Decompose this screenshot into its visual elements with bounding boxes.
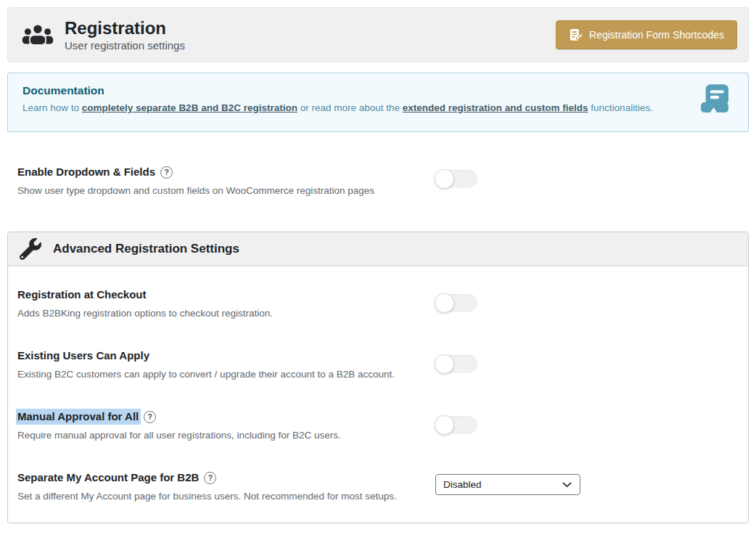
- doc-link-separate-registration[interactable]: completely separate B2B and B2C registra…: [82, 102, 297, 113]
- doc-text-intro: Learn how to: [22, 102, 82, 113]
- toggle-knob: [435, 293, 454, 313]
- setting-row-enable-dropdown: Enable Dropdown & Fields? Show user type…: [17, 165, 749, 197]
- page-subtitle: User registration settings: [65, 39, 185, 52]
- doc-text-outro: functionalities.: [591, 102, 653, 113]
- setting-label-text: Enable Dropdown & Fields: [17, 166, 155, 178]
- setting-description: Set a different My Account page for busi…: [17, 490, 739, 502]
- select-value: Disabled: [443, 479, 482, 490]
- chevron-down-icon: [562, 482, 572, 488]
- setting-label: Existing Users Can Apply: [17, 348, 739, 363]
- toggle-knob: [435, 415, 454, 435]
- help-icon[interactable]: ?: [160, 166, 173, 179]
- page-title: Registration: [65, 18, 185, 38]
- file-signature-icon: [569, 28, 583, 42]
- setting-row-registration-at-checkout: Registration at Checkout Adds B2BKing re…: [17, 287, 739, 319]
- setting-label: Manual Approval for All?: [17, 409, 739, 424]
- wrench-icon: [20, 238, 41, 260]
- setting-row-manual-approval-for-all: Manual Approval for All? Require manual …: [17, 409, 739, 441]
- setting-row-existing-users-can-apply: Existing Users Can Apply Existing B2C cu…: [17, 348, 739, 380]
- toggle-manual-approval-for-all[interactable]: [435, 416, 477, 434]
- advanced-panel-title: Advanced Registration Settings: [53, 242, 239, 256]
- setting-description: Show user type dropdown and custom field…: [17, 184, 749, 197]
- setting-description: Require manual approval for all user reg…: [17, 429, 739, 441]
- setting-description: Adds B2BKing registration options to che…: [17, 307, 739, 319]
- advanced-registration-settings-panel: Advanced Registration Settings Registrat…: [7, 232, 749, 523]
- advanced-panel-body: Registration at Checkout Adds B2BKing re…: [8, 266, 748, 523]
- setting-description: Existing B2C customers can apply to conv…: [17, 368, 739, 380]
- documentation-title: Documentation: [22, 84, 734, 97]
- help-icon[interactable]: ?: [204, 472, 216, 484]
- selected-text-highlight: Manual Approval for All: [16, 409, 141, 425]
- setting-label-enable-dropdown: Enable Dropdown & Fields?: [17, 165, 749, 179]
- doc-text-middle: or read more about the: [300, 102, 403, 113]
- page-header: Registration User registration settings …: [7, 7, 749, 62]
- registration-form-shortcodes-button[interactable]: Registration Form Shortcodes: [556, 20, 737, 49]
- shortcodes-button-label: Registration Form Shortcodes: [589, 29, 724, 41]
- book-icon: [701, 84, 728, 119]
- doc-link-extended-registration[interactable]: extended registration and custom fields: [403, 102, 588, 113]
- advanced-panel-header: Advanced Registration Settings: [8, 232, 748, 266]
- setting-label: Separate My Account Page for B2B?: [17, 470, 739, 485]
- toggle-knob: [435, 169, 454, 189]
- users-group-icon: [21, 22, 54, 48]
- toggle-enable-dropdown-fields[interactable]: [435, 170, 477, 188]
- setting-label: Registration at Checkout: [17, 287, 739, 302]
- toggle-knob: [435, 354, 454, 374]
- toggle-registration-at-checkout[interactable]: [435, 294, 477, 312]
- toggle-existing-users-can-apply[interactable]: [435, 355, 477, 373]
- documentation-text: Learn how to completely separate B2B and…: [22, 102, 734, 113]
- setting-row-separate-my-account: Separate My Account Page for B2B? Set a …: [17, 470, 739, 502]
- documentation-banner: Documentation Learn how to completely se…: [7, 73, 749, 132]
- header-title-group: Registration User registration settings: [21, 18, 556, 52]
- header-text: Registration User registration settings: [65, 18, 185, 52]
- separate-account-page-select[interactable]: Disabled: [435, 474, 580, 495]
- setting-label-text: Separate My Account Page for B2B: [17, 471, 199, 483]
- help-icon[interactable]: ?: [144, 411, 156, 423]
